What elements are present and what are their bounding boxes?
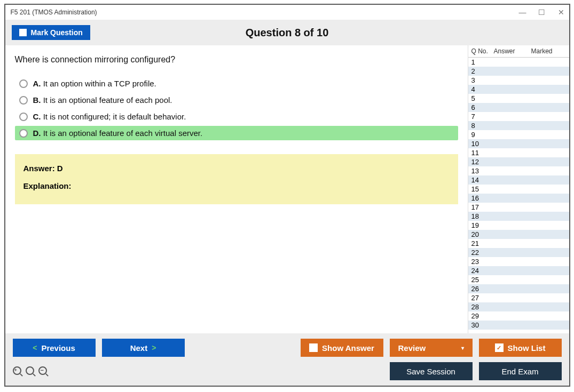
question-list-row[interactable]: 2	[468, 67, 569, 76]
row-qno: 6	[471, 103, 494, 111]
review-label: Review	[398, 343, 426, 353]
row-qno: 10	[471, 140, 494, 148]
question-list-row[interactable]: 29	[468, 311, 569, 321]
question-content: Where is connection mirroring configured…	[5, 45, 468, 333]
checkbox-icon	[19, 29, 27, 36]
minimize-icon[interactable]: —	[518, 8, 528, 17]
end-exam-label: End Exam	[501, 367, 538, 376]
radio-icon	[19, 129, 28, 138]
option-label: A. It an option within a TCP profile.	[33, 79, 156, 88]
show-list-label: Show List	[508, 343, 546, 353]
row-qno: 13	[471, 167, 494, 175]
row-qno: 2	[471, 67, 494, 75]
question-list-row[interactable]: 4	[468, 85, 569, 94]
question-list-row[interactable]: 18	[468, 212, 569, 221]
option-D[interactable]: D. It is an optional feature of each vir…	[15, 126, 458, 140]
previous-button[interactable]: < Previous	[13, 339, 96, 357]
zoom-out-icon[interactable]: −	[38, 366, 48, 376]
question-list-row[interactable]: 7	[468, 112, 569, 121]
question-list-row[interactable]: 1	[468, 58, 569, 67]
maximize-icon[interactable]: ☐	[537, 8, 547, 17]
show-answer-button[interactable]: Show Answer	[301, 339, 383, 357]
option-C[interactable]: C. It is not configured; it is default b…	[15, 109, 458, 124]
row-qno: 4	[471, 85, 494, 93]
review-dropdown[interactable]: Review ▾	[390, 339, 473, 357]
zoom-in-icon[interactable]: +	[13, 366, 22, 376]
end-exam-button[interactable]: End Exam	[479, 362, 562, 380]
question-list-row[interactable]: 27	[468, 293, 569, 302]
option-B[interactable]: B. It is an optional feature of each poo…	[15, 93, 458, 107]
options-list: A. It an option within a TCP profile.B. …	[15, 76, 458, 140]
row-qno: 15	[471, 185, 494, 193]
question-list-row[interactable]: 26	[468, 284, 569, 293]
question-list-row[interactable]: 10	[468, 139, 569, 148]
row-qno: 12	[471, 158, 494, 166]
window-controls: — ☐ ✕	[518, 8, 566, 17]
save-session-button[interactable]: Save Session	[390, 362, 473, 380]
question-list-row[interactable]: 19	[468, 221, 569, 230]
question-list-row[interactable]: 21	[468, 239, 569, 248]
explanation-label: Explanation:	[23, 181, 450, 190]
question-counter: Question 8 of 10	[246, 27, 329, 39]
zoom-reset-icon[interactable]	[26, 366, 35, 376]
question-list-row[interactable]: 14	[468, 175, 569, 185]
option-A[interactable]: A. It an option within a TCP profile.	[15, 76, 458, 91]
row-qno: 19	[471, 221, 494, 229]
next-label: Next	[130, 343, 148, 353]
show-list-button[interactable]: Show List	[479, 339, 562, 357]
row-qno: 26	[471, 285, 494, 293]
next-button[interactable]: Next >	[102, 339, 185, 357]
mark-question-label: Mark Question	[31, 28, 83, 37]
close-icon[interactable]: ✕	[556, 8, 566, 17]
question-list-row[interactable]: 9	[468, 130, 569, 139]
question-list-row[interactable]: 6	[468, 103, 569, 112]
window-title: F5 201 (TMOS Administration)	[11, 9, 97, 16]
answer-label: Answer: D	[23, 164, 450, 173]
question-list-row[interactable]: 30	[468, 321, 569, 330]
question-list-row[interactable]: 8	[468, 121, 569, 130]
option-label: B. It is an optional feature of each poo…	[33, 95, 172, 105]
question-list-row[interactable]: 16	[468, 194, 569, 203]
question-list-row[interactable]: 12	[468, 157, 569, 166]
question-list-row[interactable]: 17	[468, 203, 569, 212]
row-qno: 22	[471, 249, 494, 257]
question-text: Where is connection mirroring configured…	[15, 55, 458, 65]
row-qno: 7	[471, 113, 494, 121]
row-qno: 5	[471, 94, 494, 102]
checkbox-icon	[309, 343, 318, 352]
question-list-row[interactable]: 22	[468, 248, 569, 257]
question-list-row[interactable]: 15	[468, 185, 569, 194]
question-list-header: Q No. Answer Marked	[468, 45, 569, 58]
checkbox-checked-icon	[495, 343, 504, 352]
question-list-row[interactable]: 13	[468, 166, 569, 175]
titlebar: F5 201 (TMOS Administration) — ☐ ✕	[5, 5, 569, 20]
question-list-panel: Q No. Answer Marked 12345678910111213141…	[468, 45, 569, 333]
question-list-body[interactable]: 1234567891011121314151617181920212223242…	[468, 58, 569, 333]
radio-icon	[19, 96, 28, 105]
mark-question-button[interactable]: Mark Question	[12, 25, 90, 40]
chevron-left-icon: <	[33, 343, 37, 352]
save-session-label: Save Session	[406, 367, 455, 376]
row-qno: 3	[471, 76, 494, 84]
button-row-1: < Previous Next > Show Answer Review ▾ S…	[13, 339, 562, 357]
bottombar: < Previous Next > Show Answer Review ▾ S…	[5, 333, 569, 386]
question-list-row[interactable]: 23	[468, 257, 569, 266]
question-list-row[interactable]: 11	[468, 148, 569, 157]
main-area: Where is connection mirroring configured…	[5, 45, 569, 333]
question-list-row[interactable]: 20	[468, 230, 569, 239]
row-qno: 21	[471, 239, 494, 247]
row-qno: 28	[471, 303, 494, 311]
question-list-row[interactable]: 28	[468, 302, 569, 311]
button-row-2: + − Save Session End Exam	[13, 362, 562, 380]
row-qno: 20	[471, 230, 494, 238]
question-list-row[interactable]: 5	[468, 94, 569, 103]
question-list-row[interactable]: 3	[468, 76, 569, 85]
option-label: D. It is an optional feature of each vir…	[33, 129, 203, 138]
question-list-row[interactable]: 25	[468, 275, 569, 284]
row-qno: 9	[471, 131, 494, 139]
row-qno: 8	[471, 122, 494, 130]
row-qno: 27	[471, 294, 494, 302]
answer-box: Answer: D Explanation:	[15, 154, 458, 204]
row-qno: 11	[471, 149, 494, 157]
question-list-row[interactable]: 24	[468, 266, 569, 275]
